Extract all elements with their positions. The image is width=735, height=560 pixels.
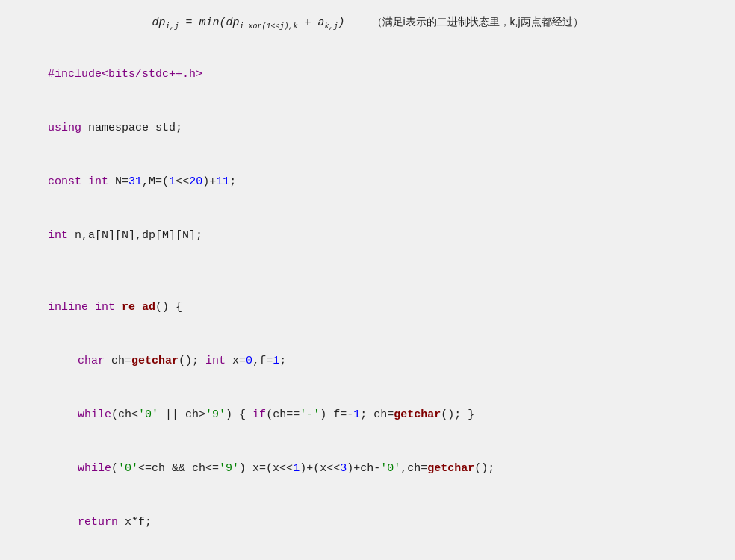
math-formula: dpi,j = min(dpi xor(1<<j),k + ak,j) （满足i… xyxy=(15,7,720,45)
code-line: inline int re_ad() { xyxy=(15,281,720,335)
code-line: const int N=31,M=(1<<20)+11; xyxy=(15,155,720,209)
code-line xyxy=(15,263,720,281)
code-block: #include<bits/stdc++.h> using namespace … xyxy=(15,45,720,560)
code-line: while('0'<=ch && ch<='9') x=(x<<1)+(x<<3… xyxy=(15,442,720,496)
formula-text: dpi,j = min(dpi xor(1<<j),k + ak,j) xyxy=(152,16,351,29)
code-line: using namespace std; xyxy=(15,102,720,155)
code-line: char ch=getchar(); int x=0,f=1; xyxy=(15,335,720,388)
code-line: } xyxy=(15,550,720,560)
code-line: #include<bits/stdc++.h> xyxy=(15,48,720,102)
code-line: while(ch<'0' || ch>'9') { if(ch=='-') f=… xyxy=(15,388,720,442)
code-line: int n,a[N][N],dp[M][N]; xyxy=(15,209,720,263)
formula-note: （满足i表示的二进制状态里，k,j两点都经过） xyxy=(372,16,583,28)
code-line: return x*f; xyxy=(15,496,720,550)
